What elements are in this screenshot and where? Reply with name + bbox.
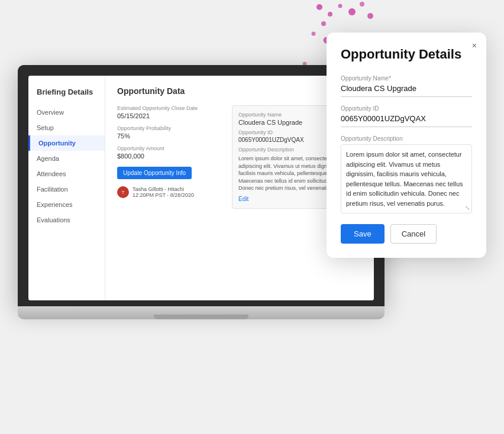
- modal-opp-name-label: Opportunity Name*: [341, 75, 472, 82]
- sidebar-title: Briefing Details: [28, 88, 105, 105]
- modal-actions: Save Cancel: [341, 224, 472, 244]
- close-date-value: 05/15/2021: [117, 112, 220, 119]
- modal-opp-name-field: Opportunity Name* Cloudera CS Upgrade: [341, 75, 472, 97]
- modal-opp-id-label: Opportunity ID: [341, 105, 472, 112]
- modal-close-button[interactable]: ×: [472, 41, 477, 50]
- opportunity-data-column: Estimated Opportunity Close Date 05/15/2…: [117, 105, 220, 209]
- main-section-title: Opportunity Data: [117, 86, 362, 96]
- laptop-base: [18, 306, 385, 319]
- sidebar-item-setup[interactable]: Setup: [28, 120, 105, 135]
- modal-opp-name-value[interactable]: Cloudera CS Upgrade: [341, 84, 472, 97]
- amount-label: Opportunity Amount: [117, 145, 220, 151]
- svg-point-2: [338, 4, 343, 8]
- probability-label: Opportunity Probability: [117, 125, 220, 131]
- update-opportunity-button[interactable]: Update Opportunity Info: [117, 167, 192, 179]
- close-date-label: Estimated Opportunity Close Date: [117, 105, 220, 111]
- modified-text: Tasha Gillotti - Hitachi 12:20PM PST - 8…: [133, 186, 194, 198]
- amount-value: $800,000: [117, 153, 220, 160]
- sidebar-item-agenda[interactable]: Agenda: [28, 151, 105, 166]
- modal-opp-desc-textarea[interactable]: Lorem ipsum dolor sit amet, consectetur …: [341, 144, 472, 213]
- sidebar-item-opportunity[interactable]: Opportunity: [28, 135, 105, 151]
- laptop-screen: Briefing Details Overview Setup Opportun…: [28, 76, 374, 300]
- svg-point-0: [316, 4, 322, 10]
- modal-opp-desc-field: Opportunity Description Lorem ipsum dolo…: [341, 135, 472, 213]
- sidebar-item-evaluations[interactable]: Evaluations: [28, 212, 105, 228]
- avatar: T: [117, 186, 129, 198]
- sidebar: Briefing Details Overview Setup Opportun…: [28, 76, 105, 300]
- probability-value: 75%: [117, 132, 220, 140]
- svg-point-6: [321, 21, 326, 26]
- svg-point-7: [312, 32, 316, 36]
- opportunity-details-modal: × Opportunity Details Opportunity Name* …: [327, 33, 486, 258]
- modal-opp-desc-wrapper: Lorem ipsum dolor sit amet, consectetur …: [341, 144, 472, 213]
- svg-point-3: [348, 8, 356, 15]
- sidebar-item-facilitation[interactable]: Facilitation: [28, 182, 105, 197]
- modified-name: Tasha Gillotti - Hitachi: [133, 186, 184, 192]
- modified-time: 12:20PM PST - 8/28/2020: [133, 192, 194, 198]
- sidebar-item-overview[interactable]: Overview: [28, 105, 105, 120]
- svg-point-4: [360, 2, 364, 7]
- sidebar-item-attendees[interactable]: Attendees: [28, 166, 105, 182]
- modal-opp-id-value[interactable]: 0065Y00001UZDgVQAX: [341, 114, 472, 127]
- modal-save-button[interactable]: Save: [341, 224, 385, 244]
- svg-point-1: [328, 12, 332, 17]
- modal-cancel-button[interactable]: Cancel: [390, 224, 437, 244]
- sidebar-item-experiences[interactable]: Experiences: [28, 197, 105, 212]
- svg-point-5: [367, 13, 373, 19]
- modal-opp-id-field: Opportunity ID 0065Y00001UZDgVQAX: [341, 105, 472, 127]
- last-modified-section: T Tasha Gillotti - Hitachi 12:20PM PST -…: [117, 186, 220, 198]
- modal-opp-desc-label: Opportunity Description: [341, 135, 472, 142]
- modal-title: Opportunity Details: [341, 47, 472, 62]
- resize-icon: ⤡: [465, 205, 470, 211]
